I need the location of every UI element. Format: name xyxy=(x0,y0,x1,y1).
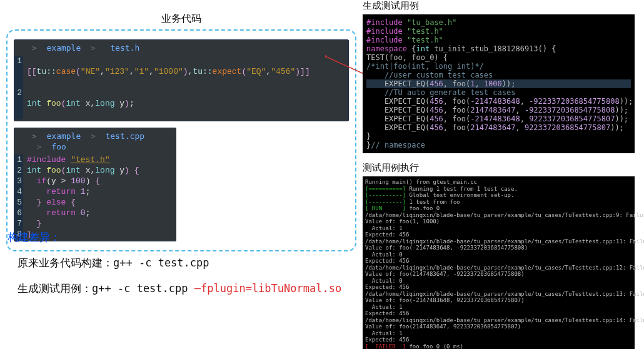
gen-title: 生成测试用例 xyxy=(363,0,635,12)
breadcrumb-test-cpp: > example > test.cpp > foo xyxy=(14,129,176,154)
build-diff-header: 构建差异： xyxy=(8,230,341,245)
generated-build-line: 生成测试用例：g++ -c test.cpp –fplugin=libTuNor… xyxy=(18,281,341,296)
left-section: 业务代码 > example > test.h 1 [[tu::case("NE… xyxy=(6,13,356,251)
right-section: 生成测试用例 #include "tu_base.h" #include "te… xyxy=(363,0,635,349)
generated-code-block: #include "tu_base.h" #include "test.h" #… xyxy=(363,14,635,153)
code-block-test-cpp: > example > test.cpp > foo 1#include "te… xyxy=(14,128,176,241)
build-diff-section: 构建差异： 原来业务代码构建：g++ -c test.cpp 生成测试用例：g+… xyxy=(8,230,341,307)
original-build-line: 原来业务代码构建：g++ -c test.cpp xyxy=(18,256,341,270)
run-title: 测试用例执行 xyxy=(363,162,635,174)
test-run-output: Running main() from gtest_main.cc [=====… xyxy=(363,176,635,349)
breadcrumb-test-h: > example > test.h xyxy=(14,41,348,56)
code-group: > example > test.h 1 [[tu::case("NE","12… xyxy=(6,29,356,251)
left-title: 业务代码 xyxy=(6,13,356,26)
code-block-test-h: > example > test.h 1 [[tu::case("NE","12… xyxy=(14,39,349,121)
